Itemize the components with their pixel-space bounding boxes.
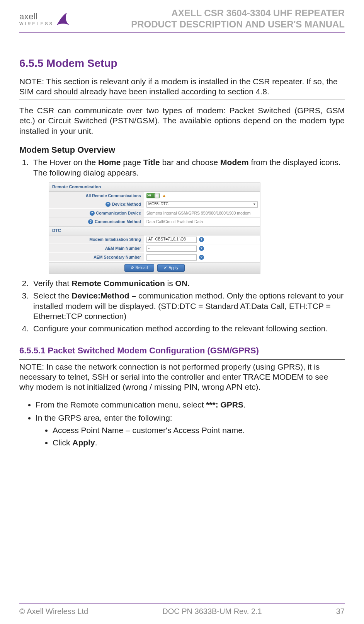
toggle-all-remote[interactable]: ON bbox=[146, 193, 160, 198]
sub-bullet-list: Access Point Name – customer's Access Po… bbox=[36, 425, 345, 448]
subsection-rule-bottom bbox=[19, 395, 345, 395]
footer-divider bbox=[19, 604, 345, 604]
section-rule-bottom bbox=[19, 99, 345, 99]
section-note: NOTE: This section is relevant only if a… bbox=[19, 77, 345, 97]
help-icon[interactable]: ? bbox=[199, 237, 204, 242]
page-footer: © Axell Wireless Ltd DOC PN 3633B-UM Rev… bbox=[19, 604, 345, 624]
doc-title-line2: PRODUCT DESCRIPTION AND USER'S MANUAL bbox=[131, 19, 345, 30]
toggle-knob-icon bbox=[155, 193, 159, 198]
apply-button[interactable]: ✔ Apply bbox=[157, 264, 185, 272]
input-main-number[interactable]: - bbox=[146, 246, 197, 252]
step-2: Verify that Remote Communication is ON. bbox=[31, 278, 345, 288]
row-init-string: Modem Initialization String AT+CBST=71,0… bbox=[49, 235, 260, 244]
check-icon: ✔ bbox=[164, 266, 167, 271]
reload-icon: ⟳ bbox=[131, 266, 134, 271]
overview-heading: Modem Setup Overview bbox=[19, 145, 345, 155]
bullet-1: From the Remote communication menu, sele… bbox=[36, 400, 345, 410]
document-title: AXELL CSR 3604-3304 UHF REPEATER PRODUCT… bbox=[131, 8, 345, 30]
label-secondary-number: AEM Secondary Number bbox=[49, 253, 144, 261]
label-all-remote: All Remote Communications bbox=[49, 192, 144, 200]
label-comm-device: Communication Device bbox=[96, 211, 141, 216]
help-icon[interactable]: ? bbox=[105, 202, 111, 207]
sub-bullet-2: Click Apply. bbox=[53, 438, 345, 448]
sub-bullet-1: Access Point Name – customer's Access Po… bbox=[53, 425, 345, 435]
section-title: 6.5.5 Modem Setup bbox=[19, 56, 345, 70]
apply-label: Apply bbox=[168, 266, 178, 271]
warning-icon: ▲ bbox=[162, 193, 167, 199]
modem-dialog: Remote Communication All Remote Communic… bbox=[49, 182, 260, 274]
help-icon[interactable]: ? bbox=[199, 255, 204, 260]
input-secondary-number[interactable] bbox=[146, 254, 197, 261]
section-rule-top bbox=[19, 74, 345, 74]
label-device-method: Device:Method bbox=[112, 202, 141, 207]
chevron-down-icon: ▼ bbox=[253, 203, 256, 206]
value-comm-method: Data Call/Circuit Switched Data bbox=[144, 218, 260, 225]
row-all-remote: All Remote Communications ON ▲ bbox=[49, 192, 260, 200]
logo-subbrand-text: WIRELESS bbox=[19, 21, 54, 27]
label-main-number: AEM Main Number bbox=[49, 244, 144, 252]
dropdown-value: MC55i.DTC bbox=[148, 202, 168, 207]
bullet-2: In the GRPS area, enter the following: A… bbox=[36, 413, 345, 448]
panel-remote-comm-title: Remote Communication bbox=[49, 182, 260, 192]
button-bar: ⟳ Reload ✔ Apply bbox=[49, 262, 260, 274]
label-comm-method: Communication Method bbox=[95, 219, 141, 224]
subsection-note: NOTE: In case the network connection is … bbox=[19, 362, 345, 392]
toggle-text: ON bbox=[147, 194, 151, 198]
row-main-number: AEM Main Number - ? bbox=[49, 244, 260, 253]
value-comm-device: Siemens Internal GSM/GPRS 950/900/1800/1… bbox=[144, 210, 260, 217]
header-divider bbox=[19, 32, 345, 33]
panel-dtc-title: DTC bbox=[49, 226, 260, 235]
footer-docid: DOC PN 3633B-UM Rev. 2.1 bbox=[162, 607, 262, 616]
row-device-method: ?Device:Method MC55i.DTC ▼ bbox=[49, 200, 260, 209]
intro-paragraph: The CSR can communicate over two types o… bbox=[19, 106, 345, 136]
steps-list: The Hover on the Home page Title bar and… bbox=[19, 157, 345, 336]
footer-copyright: © Axell Wireless Ltd bbox=[19, 607, 88, 616]
footer-page-number: 37 bbox=[336, 607, 345, 616]
step-1: The Hover on the Home page Title bar and… bbox=[31, 157, 345, 274]
step-3: Select the Device:Method – communication… bbox=[31, 291, 345, 321]
input-init-string[interactable]: AT+CBST=71,0,1;\Q3 bbox=[146, 237, 197, 243]
subsection-rule-top bbox=[19, 359, 345, 360]
label-init-string: Modem Initialization String bbox=[49, 235, 144, 244]
help-icon[interactable]: ? bbox=[88, 219, 93, 224]
page-header: axell WIRELESS AXELL CSR 3604-3304 UHF R… bbox=[19, 8, 345, 30]
dropdown-device-method[interactable]: MC55i.DTC ▼ bbox=[146, 201, 258, 208]
row-comm-method: ?Communication Method Data Call/Circuit … bbox=[49, 218, 260, 226]
step-4: Configure your communication method acco… bbox=[31, 324, 345, 334]
help-icon[interactable]: ? bbox=[90, 211, 95, 216]
help-icon[interactable]: ? bbox=[199, 246, 204, 251]
doc-title-line1: AXELL CSR 3604-3304 UHF REPEATER bbox=[131, 8, 345, 19]
row-comm-device: ?Communication Device Siemens Internal G… bbox=[49, 209, 260, 218]
bullet-list: From the Remote communication menu, sele… bbox=[19, 400, 345, 451]
reload-button[interactable]: ⟳ Reload bbox=[124, 264, 155, 272]
subsection-title: 6.5.5.1 Packet Switched Modem Configurat… bbox=[19, 345, 345, 356]
logo-mark-icon bbox=[55, 11, 71, 27]
company-logo: axell WIRELESS bbox=[19, 11, 71, 27]
logo-company-text: axell bbox=[19, 11, 54, 22]
reload-label: Reload bbox=[136, 266, 148, 271]
row-secondary-number: AEM Secondary Number ? bbox=[49, 253, 260, 262]
